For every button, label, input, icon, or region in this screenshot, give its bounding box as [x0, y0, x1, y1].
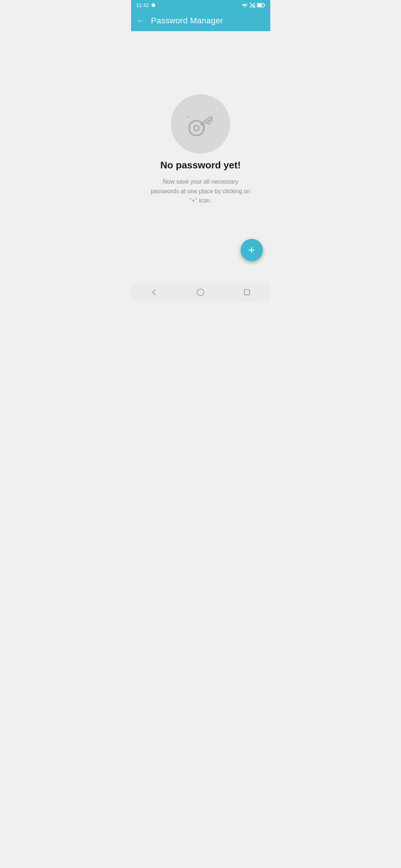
svg-point-14 [197, 289, 204, 296]
svg-point-8 [186, 118, 207, 139]
key-circle [171, 94, 230, 154]
add-icon: + [248, 244, 255, 256]
empty-description: Now save your all necessary passwords at… [149, 177, 252, 206]
app-bar: ← Password Manager [131, 10, 270, 31]
recents-nav-icon [243, 288, 251, 296]
app-title: Password Manager [151, 16, 223, 26]
status-dot [151, 3, 155, 7]
home-nav-icon [196, 288, 205, 296]
empty-state: No password yet! Now save your all neces… [149, 94, 252, 206]
main-content: No password yet! Now save your all neces… [131, 31, 270, 283]
svg-rect-15 [244, 290, 250, 295]
wifi-icon [241, 3, 248, 8]
add-password-button[interactable]: + [241, 239, 263, 261]
empty-title: No password yet! [160, 160, 241, 171]
svg-rect-11 [207, 121, 210, 125]
nav-bar [131, 283, 270, 301]
svg-point-13 [188, 116, 190, 118]
back-nav-icon [150, 288, 158, 296]
svg-rect-0 [250, 6, 251, 8]
status-bar: 11:42 [131, 0, 270, 10]
svg-rect-7 [257, 4, 262, 7]
battery-icon [257, 3, 265, 7]
status-time: 11:42 [136, 2, 155, 8]
svg-rect-12 [210, 119, 213, 122]
status-icons [241, 3, 265, 8]
svg-rect-6 [264, 4, 265, 6]
key-icon [184, 107, 217, 141]
time-label: 11:42 [136, 2, 149, 8]
recents-nav-button[interactable] [243, 288, 251, 296]
signal-icon [250, 3, 255, 8]
svg-point-9 [193, 125, 200, 132]
fab-container: + [241, 239, 263, 261]
back-nav-button[interactable] [150, 288, 158, 296]
home-nav-button[interactable] [196, 288, 205, 296]
back-button[interactable]: ← [137, 17, 145, 25]
